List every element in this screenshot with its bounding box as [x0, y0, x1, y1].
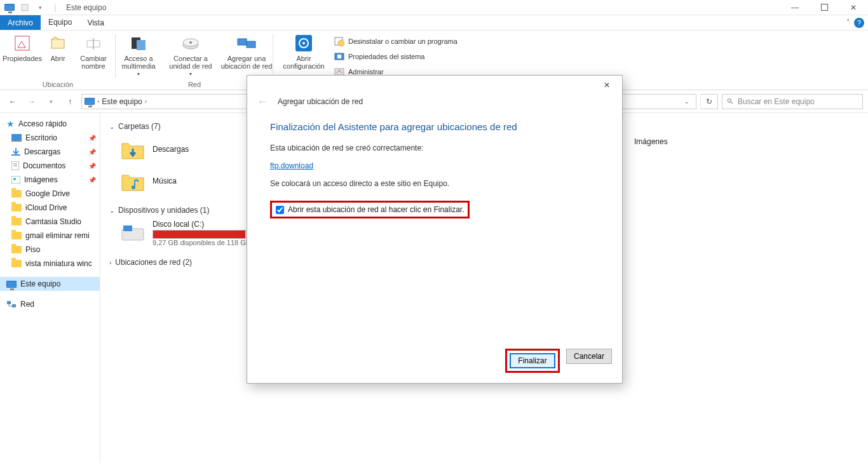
svg-rect-34 [123, 224, 132, 225]
desktop-icon [11, 134, 22, 142]
pc-icon [6, 281, 17, 288]
desinstalar-programa-button[interactable]: Desinstalar o cambiar un programa [332, 34, 460, 48]
nav-back-button[interactable]: ← [5, 94, 20, 109]
folder-icon [11, 190, 22, 198]
downloads-icon [11, 147, 20, 156]
close-button[interactable]: ✕ [839, 0, 868, 15]
nav-recent-dropdown[interactable]: ▾ [43, 94, 58, 109]
dialog-message-2: Se colocará un acceso directo a este sit… [270, 179, 599, 188]
dialog-heading: Finalización del Asistente para agregar … [270, 121, 599, 132]
checkbox-label: Abrir esta ubicación de red al hacer cli… [288, 205, 464, 214]
search-input[interactable]: 🔍︎ Buscar en Este equipo [722, 94, 863, 109]
cambiar-nombre-button[interactable]: Cambiar nombre [74, 32, 112, 70]
search-icon: 🔍︎ [726, 97, 734, 106]
sidebar-item-vista-miniatura[interactable]: vista miniatura winc [0, 257, 100, 271]
svg-rect-19 [337, 55, 341, 58]
sidebar-este-equipo[interactable]: Este equipo [0, 277, 100, 291]
pin-icon: 📌 [88, 135, 96, 142]
abrir-configuracion-button[interactable]: Abrir configuración [278, 32, 329, 70]
minimize-button[interactable]: — [780, 0, 810, 15]
tab-vista[interactable]: Vista [79, 15, 111, 30]
wizard-dialog: ✕ ← Agregar ubicación de red Finalizació… [247, 75, 623, 384]
svg-rect-21 [11, 134, 22, 140]
svg-rect-22 [11, 140, 22, 142]
svg-rect-23 [11, 154, 20, 156]
folder-imagenes[interactable]: Imágenes [634, 137, 761, 146]
chevron-right-icon: › [109, 259, 111, 266]
sidebar-quick-access[interactable]: ★ Acceso rápido [0, 117, 100, 131]
svg-rect-0 [22, 4, 28, 11]
star-icon: ★ [6, 119, 15, 129]
tab-archivo[interactable]: Archivo [0, 15, 41, 30]
downloads-folder-icon [119, 136, 146, 163]
dialog-message-1: Esta ubicación de red se creó correctame… [270, 144, 599, 152]
folder-icon [11, 232, 22, 239]
uninstall-icon [334, 36, 344, 46]
pin-icon: 📌 [88, 177, 96, 184]
documents-icon [11, 161, 19, 170]
sidebar: ★ Acceso rápido Escritorio📌 Descargas📌 D… [0, 113, 100, 463]
sidebar-item-piso[interactable]: Piso [0, 243, 100, 257]
conectar-unidad-button[interactable]: Conectar a unidad de red▾ [164, 32, 217, 77]
folder-icon [11, 260, 22, 267]
help-icon[interactable]: ? [854, 18, 864, 28]
music-folder-icon [119, 168, 146, 194]
chevron-right-icon[interactable]: › [97, 98, 99, 105]
nav-forward-button[interactable]: → [24, 94, 39, 109]
chevron-down-icon: ⌄ [109, 123, 114, 130]
sidebar-item-gmail[interactable]: gmail eliminar remi [0, 229, 100, 243]
system-menu-icon[interactable] [3, 1, 17, 14]
tab-equipo[interactable]: Equipo [41, 15, 79, 30]
disk-icon [119, 220, 146, 246]
sidebar-item-documentos[interactable]: Documentos📌 [0, 159, 100, 173]
address-dropdown-icon[interactable]: ⌄ [684, 98, 689, 105]
sidebar-item-camtasia[interactable]: Camtasia Studio [0, 215, 100, 229]
refresh-button[interactable]: ↻ [700, 94, 718, 109]
disk-usage-bar [153, 230, 254, 239]
sidebar-item-descargas[interactable]: Descargas📌 [0, 145, 100, 159]
folder-icon [11, 218, 22, 225]
open-location-checkbox[interactable] [276, 206, 284, 214]
svg-rect-29 [7, 301, 11, 304]
dialog-title: Agregar ubicación de red [278, 97, 363, 106]
acceso-multimedia-button[interactable]: Acceso a multimedia▾ [116, 32, 161, 77]
sidebar-red[interactable]: Red [0, 297, 100, 311]
folder-icon [11, 204, 22, 211]
network-location-link[interactable]: ftp.download [270, 161, 313, 170]
agregar-ubicacion-button[interactable]: Agregar una ubicación de red [220, 32, 273, 77]
svg-rect-3 [51, 39, 64, 48]
abrir-button[interactable]: Abrir [44, 32, 72, 70]
pin-icon: 📌 [88, 163, 96, 170]
propiedades-button[interactable]: Propiedades [3, 32, 41, 70]
sidebar-item-escritorio[interactable]: Escritorio📌 [0, 131, 100, 145]
dialog-back-button[interactable]: ← [257, 96, 268, 107]
titlebar: ▾ | Este equipo — ✕ [0, 0, 868, 15]
sidebar-item-google-drive[interactable]: Google Drive [0, 187, 100, 201]
qat-item-icon[interactable] [18, 1, 32, 14]
breadcrumb[interactable]: Este equipo [102, 97, 142, 106]
sidebar-item-icloud-drive[interactable]: iCloud Drive [0, 201, 100, 215]
svg-point-31 [132, 185, 135, 189]
nav-up-button[interactable]: ↑ [62, 94, 78, 109]
network-icon [6, 300, 17, 309]
propiedades-sistema-button[interactable]: Propiedades del sistema [332, 50, 460, 64]
chevron-right-icon[interactable]: › [145, 98, 147, 105]
system-properties-icon [334, 51, 344, 62]
qat-dropdown-icon[interactable]: ▾ [33, 1, 47, 14]
cancelar-button[interactable]: Cancelar [566, 349, 612, 364]
pc-icon [85, 98, 95, 105]
folder-icon [11, 246, 22, 253]
folder-musica[interactable]: Música [119, 168, 247, 194]
svg-point-17 [338, 40, 344, 46]
folder-descargas[interactable]: Descargas [119, 136, 247, 163]
pictures-icon [11, 176, 20, 184]
finalizar-button[interactable]: Finalizar [510, 353, 555, 368]
sidebar-item-imagenes[interactable]: Imágenes📌 [0, 173, 100, 187]
window-title: Este equipo [66, 3, 106, 12]
dialog-close-button[interactable]: ✕ [597, 77, 617, 93]
svg-rect-2 [15, 36, 29, 50]
svg-rect-27 [11, 176, 20, 184]
svg-rect-7 [137, 40, 146, 50]
ribbon-collapse-icon[interactable]: ˄ [846, 18, 850, 27]
maximize-button[interactable] [810, 0, 839, 15]
